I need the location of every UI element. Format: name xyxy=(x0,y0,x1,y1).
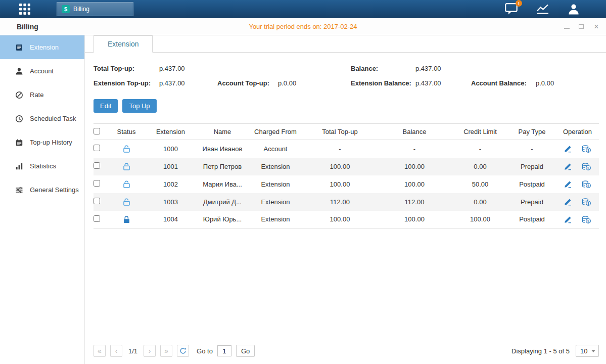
cell-balance: 100.00 xyxy=(377,211,452,229)
sidebar-item-topup-history[interactable]: Top-up History xyxy=(0,130,84,154)
cell-charged-from: Extension xyxy=(248,158,303,175)
tab-bar: Extension xyxy=(85,35,606,53)
sidebar-item-statistics[interactable]: Statistics xyxy=(0,154,84,178)
sidebar-item-label: Account xyxy=(30,67,54,75)
row-checkbox[interactable] xyxy=(94,198,100,204)
col-balance: Balance xyxy=(377,124,452,140)
cell-pay-type: Postpaid xyxy=(508,175,556,193)
maximize-icon[interactable] xyxy=(579,24,584,29)
topup-icon[interactable] xyxy=(582,180,591,188)
sidebar: Extension Account Rate Scheduled Task To… xyxy=(0,35,85,364)
clock-icon xyxy=(15,115,23,123)
row-checkbox[interactable] xyxy=(94,145,100,151)
window-title: Billing xyxy=(5,22,38,31)
pagination-bar: « ‹ 1/1 › » Go to Go Displaying 1 - 5 of… xyxy=(94,341,599,364)
sidebar-item-account[interactable]: Account xyxy=(0,59,84,83)
topup-icon[interactable] xyxy=(582,145,591,153)
cell-name: Иван Иванов xyxy=(197,140,248,158)
sidebar-item-general-settings[interactable]: General Settings xyxy=(0,178,84,202)
cell-total-topup: - xyxy=(303,140,377,158)
billing-app-tab[interactable]: $ Billing xyxy=(57,2,133,16)
cell-total-topup: 100.00 xyxy=(303,175,377,193)
topbar-right-icons: ! xyxy=(505,3,580,15)
select-all-checkbox[interactable] xyxy=(94,128,100,134)
window-controls: × xyxy=(564,23,600,30)
topbar: $ Billing ! xyxy=(0,0,606,18)
chevron-down-icon xyxy=(591,350,595,352)
page-indicator: 1/1 xyxy=(128,347,137,355)
cell-extension: 1000 xyxy=(144,140,197,158)
last-page-button[interactable]: » xyxy=(160,345,172,357)
status-unlocked-icon xyxy=(123,180,130,188)
cell-pay-type: Prepaid xyxy=(508,193,556,211)
cell-pay-type: Prepaid xyxy=(508,158,556,175)
billing-app-tab-label: Billing xyxy=(73,6,89,13)
extension-balance-value: p.437.00 xyxy=(415,79,471,87)
extension-icon xyxy=(15,43,23,52)
sidebar-item-label: Top-up History xyxy=(30,139,72,146)
sidebar-item-label: Statistics xyxy=(30,162,56,170)
topup-icon[interactable] xyxy=(582,198,591,206)
sidebar-item-rate[interactable]: Rate xyxy=(0,83,84,107)
status-unlocked-icon xyxy=(123,145,130,153)
edit-button[interactable]: Edit xyxy=(94,99,118,113)
total-topup-label: Total Top-up: xyxy=(94,65,159,72)
sidebar-item-label: General Settings xyxy=(30,186,79,194)
cell-name: Дмитрий Д... xyxy=(197,193,248,211)
page-size-value: 10 xyxy=(580,347,587,355)
row-checkbox[interactable] xyxy=(94,180,100,187)
refresh-button[interactable] xyxy=(177,345,189,357)
apps-grid-icon[interactable] xyxy=(19,4,30,15)
account-icon xyxy=(15,67,23,75)
cell-extension: 1002 xyxy=(144,175,197,193)
cell-extension: 1004 xyxy=(144,211,197,229)
table-row: 1001 Петр Петров Extension 100.00 100.00… xyxy=(94,158,599,175)
close-icon[interactable]: × xyxy=(593,23,600,30)
cell-credit-limit: 0.00 xyxy=(452,158,508,175)
col-total-topup: Total Top-up xyxy=(303,124,377,140)
edit-icon[interactable] xyxy=(564,180,572,188)
extension-topup-value: p.437.00 xyxy=(159,79,217,87)
edit-icon[interactable] xyxy=(564,198,572,206)
refresh-icon xyxy=(179,347,187,354)
topup-icon[interactable] xyxy=(582,163,591,170)
edit-icon[interactable] xyxy=(564,216,572,223)
goto-page-input[interactable] xyxy=(217,345,231,356)
cell-total-topup: 100.00 xyxy=(303,211,377,229)
table-row: 1002 Мария Ива... Extension 100.00 100.0… xyxy=(94,175,599,193)
col-operation: Operation xyxy=(556,124,599,140)
statistics-chart-icon[interactable] xyxy=(536,4,549,15)
sidebar-item-extension[interactable]: Extension xyxy=(0,35,84,59)
row-checkbox[interactable] xyxy=(94,215,100,222)
next-page-button[interactable]: › xyxy=(144,345,156,357)
prev-page-button[interactable]: ‹ xyxy=(110,345,122,357)
status-locked-icon xyxy=(123,216,130,223)
row-checkbox[interactable] xyxy=(94,162,100,169)
cell-extension: 1001 xyxy=(144,158,197,175)
edit-icon[interactable] xyxy=(564,145,572,153)
balance-value: p.437.00 xyxy=(415,65,471,72)
edit-icon[interactable] xyxy=(564,163,572,170)
topup-icon[interactable] xyxy=(582,216,591,223)
col-charged-from: Charged From xyxy=(248,124,303,140)
balance-label: Balance: xyxy=(351,65,415,72)
sidebar-item-label: Extension xyxy=(30,43,59,51)
user-account-icon[interactable] xyxy=(568,4,580,15)
billing-summary: Total Top-up: p.437.00 Balance: p.437.00… xyxy=(94,65,599,87)
go-button[interactable]: Go xyxy=(236,345,255,357)
billing-dollar-icon: $ xyxy=(62,5,70,13)
page-size-select[interactable]: 10 xyxy=(576,345,599,357)
minimize-icon[interactable] xyxy=(564,24,570,29)
table-header-row: Status Extension Name Charged From Total… xyxy=(94,124,599,140)
first-page-button[interactable]: « xyxy=(94,345,106,357)
tab-extension[interactable]: Extension xyxy=(94,35,153,53)
extension-topup-label: Extension Top-up: xyxy=(94,79,159,87)
col-credit-limit: Credit Limit xyxy=(452,124,508,140)
sidebar-item-scheduled-task[interactable]: Scheduled Task xyxy=(0,107,84,130)
cell-total-topup: 100.00 xyxy=(303,158,377,175)
col-status: Status xyxy=(109,124,144,140)
messages-icon[interactable]: ! xyxy=(505,3,518,15)
top-up-button[interactable]: Top Up xyxy=(122,99,156,113)
table-row: 1004 Юрий Юрь... Extension 100.00 100.00… xyxy=(94,211,599,229)
extension-balance-label: Extension Balance: xyxy=(351,79,415,87)
